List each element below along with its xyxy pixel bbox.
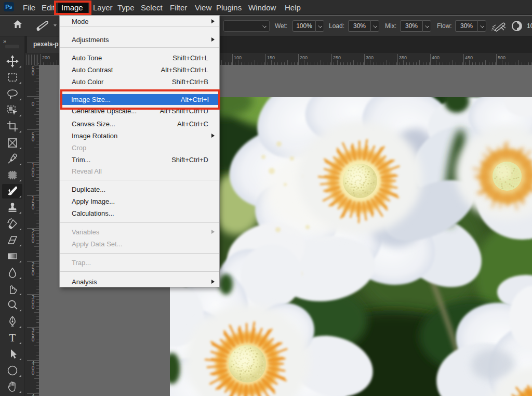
svg-text:T: T bbox=[9, 332, 16, 344]
